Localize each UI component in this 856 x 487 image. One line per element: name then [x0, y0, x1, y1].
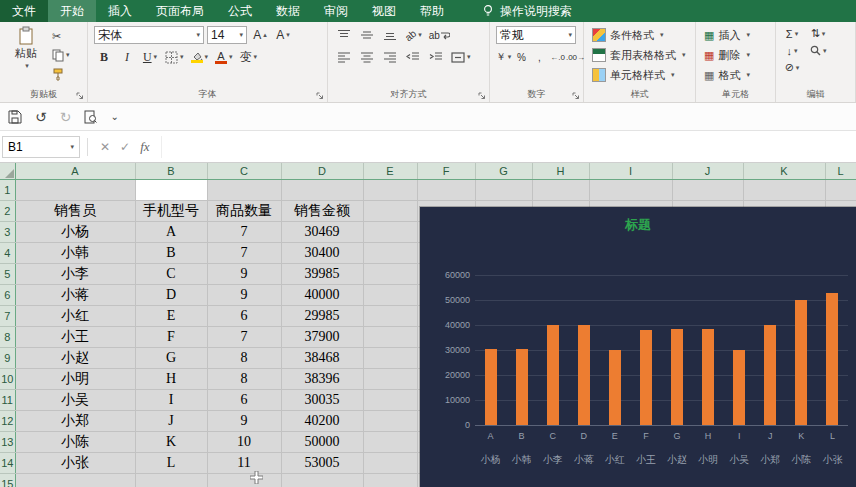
cell-D2[interactable]: 销售金额	[281, 201, 363, 222]
bar-L[interactable]	[826, 293, 838, 426]
redo-button[interactable]: ↻	[60, 109, 72, 125]
row-header-12[interactable]: 12	[0, 411, 15, 432]
cell-B12[interactable]: J	[135, 411, 207, 432]
column-header-B[interactable]: B	[135, 163, 207, 180]
format-painter-button[interactable]	[52, 66, 78, 82]
cell-K1[interactable]	[743, 180, 825, 201]
column-header-D[interactable]: D	[281, 163, 363, 180]
row-header-9[interactable]: 9	[0, 348, 15, 369]
dialog-launcher-icon[interactable]	[316, 92, 324, 100]
bar-J[interactable]	[764, 325, 776, 426]
comma-style-button[interactable]: ,	[532, 48, 547, 66]
dialog-launcher-icon[interactable]	[478, 92, 486, 100]
chart[interactable]: 标题 6000050000400003000020000100000 ABCDE…	[420, 207, 856, 487]
orientation-button[interactable]: ab ▾	[403, 26, 424, 44]
cell-C11[interactable]: 6	[207, 390, 281, 411]
row-header-7[interactable]: 7	[0, 306, 15, 327]
cell-A6[interactable]: 小蒋	[15, 285, 135, 306]
cell-D7[interactable]: 29985	[281, 306, 363, 327]
customize-toolbar-button[interactable]: ⌄	[110, 111, 118, 122]
cell-D10[interactable]: 38396	[281, 369, 363, 390]
font-size-select[interactable]: 14 ▾	[207, 26, 247, 44]
cut-button[interactable]: ✂	[52, 28, 78, 44]
underline-button[interactable]: U ▾	[140, 48, 160, 66]
row-header-1[interactable]: 1	[0, 180, 15, 201]
find-select-button[interactable]: ▾	[808, 43, 829, 58]
increase-decimal-button[interactable]: ←.0	[550, 48, 565, 66]
cell-C2[interactable]: 商品数量	[207, 201, 281, 222]
row-header-10[interactable]: 10	[0, 369, 15, 390]
cell-B4[interactable]: B	[135, 243, 207, 264]
bar-G[interactable]	[671, 329, 683, 425]
column-header-H[interactable]: H	[532, 163, 589, 180]
menu-tab-1[interactable]: 开始	[48, 0, 96, 22]
menu-tab-4[interactable]: 公式	[216, 0, 264, 22]
cell-A7[interactable]: 小红	[15, 306, 135, 327]
cell-B10[interactable]: H	[135, 369, 207, 390]
column-header-I[interactable]: I	[589, 163, 672, 180]
menu-tab-2[interactable]: 插入	[96, 0, 144, 22]
borders-button[interactable]: ▾	[163, 48, 186, 66]
cell-A8[interactable]: 小王	[15, 327, 135, 348]
menu-tab-5[interactable]: 数据	[264, 0, 312, 22]
cell-C8[interactable]: 7	[207, 327, 281, 348]
column-header-F[interactable]: F	[417, 163, 475, 180]
cell-A9[interactable]: 小赵	[15, 348, 135, 369]
align-left-button[interactable]	[334, 48, 354, 66]
cell-C3[interactable]: 7	[207, 222, 281, 243]
font-color-button[interactable]: A ▾	[213, 48, 235, 66]
cell-D6[interactable]: 40000	[281, 285, 363, 306]
phonetic-guide-button[interactable]: 变 ▾	[238, 48, 260, 66]
cell-A4[interactable]: 小韩	[15, 243, 135, 264]
cell-B15[interactable]	[135, 474, 207, 487]
cell-C9[interactable]: 8	[207, 348, 281, 369]
dialog-launcher-icon[interactable]	[572, 92, 580, 100]
cell-L1[interactable]	[825, 180, 856, 201]
menu-tab-7[interactable]: 视图	[360, 0, 408, 22]
styles-button-0[interactable]: 条件格式▾	[590, 26, 691, 44]
bar-F[interactable]	[640, 330, 652, 425]
cell-E2[interactable]	[363, 201, 417, 222]
row-header-4[interactable]: 4	[0, 243, 15, 264]
percent-style-button[interactable]: %	[514, 48, 529, 66]
cell-E8[interactable]	[363, 327, 417, 348]
cell-E14[interactable]	[363, 453, 417, 474]
cell-B3[interactable]: A	[135, 222, 207, 243]
column-header-G[interactable]: G	[475, 163, 532, 180]
cell-A5[interactable]: 小李	[15, 264, 135, 285]
cell-E12[interactable]	[363, 411, 417, 432]
select-all-button[interactable]	[0, 163, 15, 180]
cell-E11[interactable]	[363, 390, 417, 411]
cell-B6[interactable]: D	[135, 285, 207, 306]
menu-tab-6[interactable]: 审阅	[312, 0, 360, 22]
column-header-L[interactable]: L	[825, 163, 856, 180]
autosum-button[interactable]: Σ ▾	[782, 26, 802, 41]
bar-K[interactable]	[795, 300, 807, 425]
cell-G1[interactable]	[475, 180, 532, 201]
cell-B5[interactable]: C	[135, 264, 207, 285]
decrease-indent-button[interactable]	[403, 48, 423, 66]
cell-E15[interactable]	[363, 474, 417, 487]
cell-F1[interactable]	[417, 180, 475, 201]
cell-B1[interactable]	[135, 180, 207, 201]
menu-tab-8[interactable]: 帮助	[408, 0, 456, 22]
cell-C15[interactable]	[207, 474, 281, 487]
cell-E6[interactable]	[363, 285, 417, 306]
cell-D12[interactable]: 40200	[281, 411, 363, 432]
menu-tab-3[interactable]: 页面布局	[144, 0, 216, 22]
middle-align-button[interactable]	[357, 26, 377, 44]
cell-B11[interactable]: I	[135, 390, 207, 411]
column-header-C[interactable]: C	[207, 163, 281, 180]
cell-E9[interactable]	[363, 348, 417, 369]
cell-A14[interactable]: 小张	[15, 453, 135, 474]
styles-button-2[interactable]: 单元格样式▾	[590, 66, 691, 84]
cell-E7[interactable]	[363, 306, 417, 327]
cell-D11[interactable]: 30035	[281, 390, 363, 411]
sort-filter-button[interactable]: ⇅ ▾	[808, 26, 828, 41]
copy-button[interactable]: ▾	[52, 47, 78, 63]
styles-button-1[interactable]: 套用表格格式▾	[590, 46, 691, 64]
cell-D5[interactable]: 39985	[281, 264, 363, 285]
increase-font-size-button[interactable]: A ▴	[250, 26, 270, 44]
number-format-select[interactable]: 常规 ▾	[496, 26, 576, 44]
cell-A1[interactable]	[15, 180, 135, 201]
